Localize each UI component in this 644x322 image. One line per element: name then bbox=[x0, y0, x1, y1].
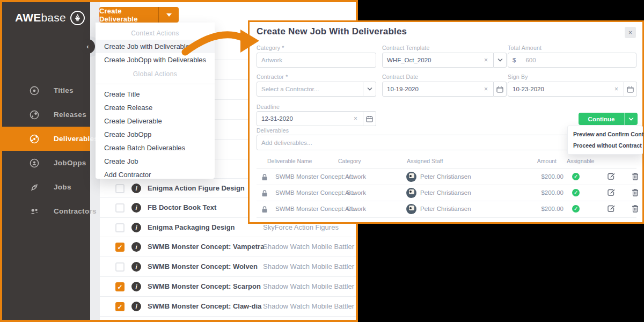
sidebar-item-label: JobOpps bbox=[54, 159, 86, 167]
brand-light: base bbox=[41, 11, 65, 24]
clear-icon[interactable]: × bbox=[353, 115, 358, 122]
contract-date-label: Contract Date bbox=[382, 74, 418, 80]
trash-icon[interactable] bbox=[632, 172, 639, 180]
total-amount-field[interactable]: $ 600 bbox=[508, 53, 636, 68]
contractor-dropdown-button[interactable] bbox=[363, 82, 376, 97]
table-row[interactable]: i SWMB Monster Concept: Scarpon Shadow W… bbox=[100, 277, 356, 297]
sidebar-collapse-button[interactable]: ‹ bbox=[80, 39, 95, 54]
col-header-deliverable-name: Deliverable Name bbox=[267, 158, 312, 164]
row-checkbox[interactable] bbox=[115, 262, 125, 272]
menu-item-create-deliverable[interactable]: Create Deliverable bbox=[96, 114, 215, 128]
row-checkbox[interactable] bbox=[115, 223, 125, 232]
create-deliverable-split-button[interactable]: Create Deliverable bbox=[99, 7, 179, 23]
menu-item-create-release[interactable]: Create Release bbox=[96, 101, 215, 114]
clear-icon[interactable]: × bbox=[613, 85, 619, 93]
menu-item-create-jobopp[interactable]: Create JobOpp bbox=[96, 128, 215, 141]
deliverables-label: Deliverables bbox=[257, 127, 289, 134]
menu-item-preview-confirm-contract[interactable]: Preview and Confirm Contract bbox=[568, 129, 642, 140]
sidebar-item-releases[interactable]: Releases bbox=[2, 103, 90, 127]
table-row: SWMB Monster Concept: Cl... Artwork Pete… bbox=[257, 201, 636, 218]
col-header-assigned-staff: Assigned Staff bbox=[407, 158, 443, 164]
currency-symbol: $ bbox=[513, 57, 516, 63]
category-field[interactable]: Artwork bbox=[257, 53, 376, 68]
category-cell: Artwork bbox=[345, 189, 366, 196]
info-icon[interactable]: i bbox=[131, 282, 141, 291]
sidebar-item-titles[interactable]: Titles bbox=[2, 78, 90, 103]
col-header-category: Category bbox=[338, 158, 361, 164]
create-deliverable-dropdown-toggle[interactable] bbox=[159, 7, 179, 23]
clear-icon[interactable]: × bbox=[483, 56, 489, 64]
sidebar-item-label: Contractors bbox=[54, 207, 97, 215]
col-header-amount: Amount bbox=[518, 158, 557, 164]
sign-by-calendar-button[interactable] bbox=[624, 82, 637, 97]
deadline-field[interactable]: 12-31-2020 × bbox=[257, 111, 363, 126]
menu-item-add-contractor[interactable]: Add Contractor bbox=[96, 168, 215, 181]
row-checkbox[interactable] bbox=[115, 184, 125, 193]
row-checkbox[interactable] bbox=[115, 203, 125, 213]
sidebar-item-jobs[interactable]: Jobs bbox=[2, 175, 90, 199]
sign-by-field[interactable]: 10-23-2020 × bbox=[508, 82, 624, 97]
row-checkbox[interactable] bbox=[115, 282, 125, 291]
row-checkbox[interactable] bbox=[115, 243, 125, 252]
edit-icon[interactable] bbox=[607, 188, 615, 196]
category-cell: Artwork bbox=[345, 206, 366, 212]
create-deliverable-button[interactable]: Create Deliverable bbox=[99, 7, 159, 23]
title-name: Shadow Watch Mobile Battler bbox=[263, 302, 354, 310]
sidebar-item-label: Jobs bbox=[54, 183, 71, 191]
annotation-arrow bbox=[177, 24, 266, 62]
sidebar-item-jobopps[interactable]: JobOpps bbox=[2, 151, 90, 175]
info-icon[interactable]: i bbox=[131, 203, 141, 213]
contract-date-calendar-button[interactable] bbox=[494, 82, 507, 97]
title-name: SkyForce Action Figures bbox=[263, 223, 339, 231]
sidebar-item-label: Titles bbox=[54, 86, 74, 94]
contractors-icon bbox=[28, 205, 41, 218]
brand-bold: AWE bbox=[15, 11, 41, 24]
jobopps-icon bbox=[28, 157, 41, 170]
info-icon[interactable]: i bbox=[131, 184, 141, 193]
title-name: Shadow Watch Mobile Battler bbox=[263, 262, 354, 270]
deliverable-name: Enigma Packaging Design bbox=[148, 223, 235, 231]
continue-button[interactable]: Continue bbox=[579, 113, 625, 125]
trash-icon[interactable] bbox=[632, 188, 639, 196]
trash-icon[interactable] bbox=[632, 204, 639, 213]
assignable-check-icon: ✓ bbox=[572, 173, 580, 180]
menu-item-create-job[interactable]: Create Job bbox=[96, 155, 215, 168]
sidebar-item-deliverables[interactable]: Deliverables bbox=[2, 127, 90, 151]
info-icon[interactable]: i bbox=[131, 302, 141, 311]
table-row[interactable]: i SWMB Monster Concept: Wolven Shadow Wa… bbox=[100, 257, 356, 277]
contract-template-label: Contract Template bbox=[382, 45, 429, 51]
menu-item-create-title[interactable]: Create Title bbox=[96, 87, 215, 101]
lock-icon bbox=[261, 189, 268, 197]
edit-icon[interactable] bbox=[607, 204, 615, 213]
modal-title: Create New Job With Deliverables bbox=[257, 26, 407, 37]
continue-dropdown-toggle[interactable] bbox=[625, 113, 638, 125]
deliverable-name: SWMB Monster Concept: Scarpon bbox=[148, 282, 261, 290]
modal-close-button[interactable]: × bbox=[625, 27, 636, 38]
contract-date-field[interactable]: 10-19-2020 × bbox=[382, 82, 494, 97]
deadline-calendar-button[interactable] bbox=[363, 111, 376, 126]
clear-icon[interactable]: × bbox=[483, 85, 489, 93]
table-row[interactable]: i SWMB Monster Concept: Claw-dia Shadow … bbox=[100, 297, 356, 317]
info-icon[interactable]: i bbox=[131, 242, 141, 252]
deliverables-icon bbox=[28, 133, 41, 145]
screenshot-canvas: i Enigma Action Figure Design i FB Docto… bbox=[0, 0, 644, 322]
edit-icon[interactable] bbox=[607, 172, 615, 180]
continue-split-button[interactable]: Continue bbox=[579, 113, 638, 125]
contract-template-dropdown-button[interactable] bbox=[494, 53, 507, 68]
sidebar-item-contractors[interactable]: Contractors bbox=[2, 199, 90, 223]
sidebar-item-label: Deliverables bbox=[54, 135, 98, 143]
amount-cell: $200.00 bbox=[519, 206, 564, 212]
table-row[interactable]: i SWMB Monster Concept: Vampetra Shadow … bbox=[100, 237, 356, 257]
info-icon[interactable]: i bbox=[131, 262, 141, 272]
menu-item-proceed-without-contract[interactable]: Proceed without Contract bbox=[568, 140, 642, 151]
menu-item-create-batch-deliverables[interactable]: Create Batch Deliverables bbox=[96, 141, 215, 155]
modal-deliverables-table: SWMB Monster Concept: V... Artwork Peter… bbox=[257, 169, 636, 218]
assignable-check-icon: ✓ bbox=[572, 205, 580, 213]
sidebar-item-label: Releases bbox=[54, 111, 86, 119]
staff-name: Peter Christiansen bbox=[420, 206, 471, 212]
row-checkbox[interactable] bbox=[115, 302, 125, 311]
info-icon[interactable]: i bbox=[131, 223, 141, 232]
contract-template-field[interactable]: WHF_Oct_2020 × bbox=[382, 53, 494, 68]
menu-divider bbox=[96, 84, 215, 84]
contractor-select[interactable]: Select a Contractor... bbox=[257, 82, 363, 97]
